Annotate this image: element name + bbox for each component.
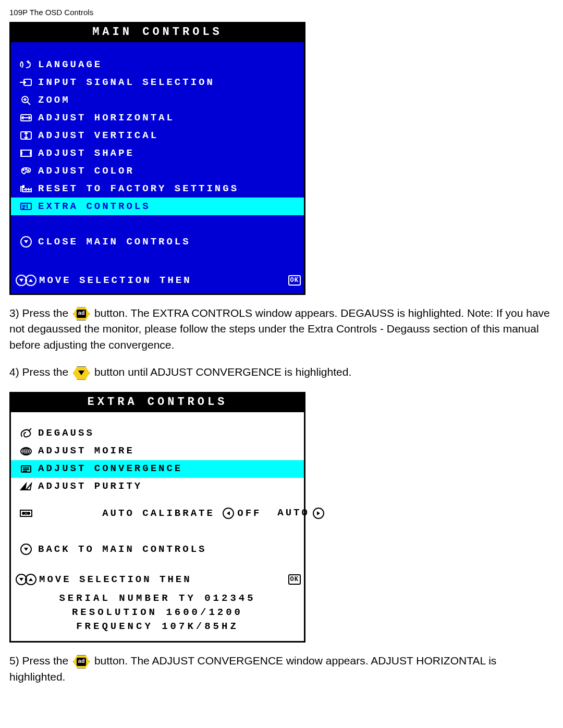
menu-label: LANGUAGE (38, 60, 300, 70)
frequency-info: FREQUENCY 107K/85HZ (11, 620, 304, 634)
svg-point-15 (28, 512, 30, 514)
menu-label: ADJUST MOIRE (38, 446, 300, 456)
osd-extra-controls: EXTRA CONTROLS DEGAUSS ADJUST MOIRE ADJU… (9, 392, 305, 643)
menu-label: RESET TO FACTORY SETTINGS (38, 184, 300, 194)
menu-item-adjust-horizontal[interactable]: ADJUST HORIZONTAL (11, 109, 304, 127)
close-down-icon (14, 236, 38, 248)
color-icon (14, 166, 38, 176)
osd-hint-row: MOVE SELECTION THEN OK (11, 572, 304, 588)
menu-item-adjust-convergence[interactable]: ADJUST CONVERGENCE (11, 460, 304, 478)
move-up-down-icon (14, 275, 38, 286)
menu-label: ADJUST CONVERGENCE (38, 464, 300, 474)
degauss-icon (14, 428, 38, 439)
osd-main-title: MAIN CONTROLS (11, 23, 304, 42)
svg-point-10 (25, 448, 27, 455)
ok-icon: OK (288, 574, 301, 585)
move-up-down-icon (14, 574, 38, 585)
menu-label: INPUT SIGNAL SELECTION (38, 78, 300, 88)
svg-point-9 (23, 448, 29, 455)
shape-icon (14, 148, 38, 158)
menu-label: ADJUST PURITY (38, 482, 300, 491)
menu-item-adjust-vertical[interactable]: ADJUST VERTICAL (11, 127, 304, 144)
menu-item-adjust-color[interactable]: ADJUST COLOR (11, 162, 304, 180)
ok-icon: OK (288, 275, 301, 286)
hint-text: MOVE SELECTION THEN (39, 276, 284, 286)
menu-item-adjust-moire[interactable]: ADJUST MOIRE (11, 442, 304, 460)
vertical-icon (14, 130, 38, 141)
menu-item-degauss[interactable]: DEGAUSS (11, 425, 304, 442)
svg-point-6 (28, 170, 29, 171)
menu-item-reset-factory[interactable]: RESET TO FACTORY SETTINGS (11, 180, 304, 198)
step-4-text: 4) Press the button until ADJUST CONVERG… (9, 364, 554, 380)
menu-label: AUTO CALIBRATE OFF AUTO (38, 498, 324, 529)
language-icon (14, 59, 38, 70)
convergence-icon (14, 464, 38, 474)
resolution-info: RESOLUTION 1600/1200 (11, 606, 304, 620)
svg-point-5 (26, 169, 27, 170)
menu-label: EXTRA CONTROLS (38, 202, 300, 212)
svg-point-14 (25, 512, 27, 514)
menu-label: ZOOM (38, 95, 300, 105)
moire-icon (14, 446, 38, 456)
menu-item-input-signal[interactable]: INPUT SIGNAL SELECTION (11, 73, 304, 91)
menu-item-extra-controls[interactable]: EXTRA CONTROLS (11, 198, 304, 215)
extra-controls-icon (14, 201, 38, 212)
menu-item-close[interactable]: CLOSE MAIN CONTROLS (11, 233, 304, 251)
horizontal-icon (14, 113, 38, 123)
input-signal-icon (14, 77, 38, 88)
menu-label: BACK TO MAIN CONTROLS (38, 545, 300, 554)
osd-extra-title: EXTRA CONTROLS (11, 393, 304, 412)
menu-item-auto-calibrate[interactable]: AUTO CALIBRATE OFF AUTO (11, 496, 304, 532)
page-header: 109P The OSD Controls (9, 8, 554, 17)
serial-number: SERIAL NUMBER TY 012345 (11, 591, 304, 606)
svg-point-4 (23, 169, 24, 170)
menu-item-zoom[interactable]: ZOOM (11, 91, 304, 109)
back-down-icon (14, 544, 38, 555)
menu-item-adjust-purity[interactable]: ADJUST PURITY (11, 478, 304, 496)
osd-info-block: SERIAL NUMBER TY 012345 RESOLUTION 1600/… (11, 588, 304, 641)
osd-main-controls: MAIN CONTROLS LANGUAGE INPUT SIGNAL SELE… (9, 22, 305, 295)
right-arrow-icon (313, 508, 324, 519)
zoom-icon (14, 95, 38, 105)
menu-label: ADJUST HORIZONTAL (38, 113, 300, 123)
menu-item-language[interactable]: LANGUAGE (11, 56, 304, 73)
menu-item-adjust-shape[interactable]: ADJUST SHAPE (11, 144, 304, 162)
menu-label: DEGAUSS (38, 428, 300, 438)
svg-point-13 (22, 512, 25, 514)
menu-item-back[interactable]: BACK TO MAIN CONTROLS (11, 540, 304, 558)
menu-label: CLOSE MAIN CONTROLS (38, 237, 300, 247)
menu-label: ADJUST COLOR (38, 166, 300, 176)
ok-button-graphic: ad (72, 307, 90, 320)
menu-label: ADJUST VERTICAL (38, 131, 300, 141)
down-button-graphic (72, 366, 90, 380)
step-3-text: 3) Press the ad button. The EXTRA CONTRO… (9, 305, 554, 353)
hint-text: MOVE SELECTION THEN (39, 575, 284, 585)
factory-icon (14, 183, 38, 194)
step-5-text: 5) Press the ad button. The ADJUST CONVE… (9, 653, 554, 685)
left-arrow-icon (223, 508, 234, 519)
osd-hint-row: MOVE SELECTION THEN OK (11, 268, 304, 293)
menu-label: ADJUST SHAPE (38, 149, 300, 158)
auto-calibrate-icon (14, 508, 38, 519)
purity-icon (14, 482, 38, 492)
ok-button-graphic: ad (72, 655, 90, 669)
